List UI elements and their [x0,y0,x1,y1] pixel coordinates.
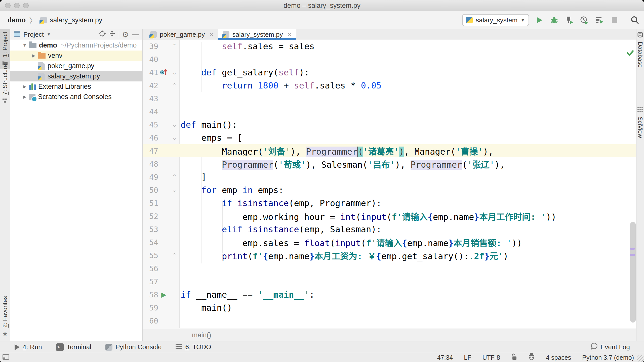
tree-item-salary-system-py[interactable]: salary_system.py [10,71,142,81]
file-encoding[interactable]: UTF-8 [482,354,500,361]
code-line-60[interactable]: 60 [143,314,636,327]
toolwindow-quick-access-icon[interactable] [3,354,9,361]
python-interpreter[interactable]: Python 3.7 (demo) [582,354,634,361]
run-line-icon[interactable]: ▶ [161,291,166,298]
stop-button[interactable] [610,15,620,25]
editor-area: poker_game.py × salary_system.py × 39⌃ s… [143,29,636,341]
toolwindow-terminal[interactable]: >_ Terminal [56,343,91,351]
tree-item-venv[interactable]: ▶venv [10,51,142,61]
code-line-39[interactable]: 39⌃ self.sales = sales [143,40,636,53]
code-text: if __name__ == '__main__': [180,290,636,300]
tree-arrow-icon[interactable]: ▶ [21,94,28,100]
code-line-50[interactable]: 50⌄ for emp in emps: [143,184,636,197]
code-line-48[interactable]: 48 Programmer('荀彧'), Salesman('吕布'), Pro… [143,157,636,170]
breadcrumb-main[interactable]: main() [192,331,211,339]
tree-arrow-icon[interactable]: ▶ [21,84,28,89]
tree-arrow-icon[interactable]: ▼ [21,43,28,48]
tab-poker-game[interactable]: poker_game.py × [146,29,218,40]
caret-position[interactable]: 47:34 [437,354,453,361]
project-panel-title[interactable]: Project [23,31,44,38]
code-line-54[interactable]: 54 emp.sales = float(input(f'请输入{emp.nam… [143,236,636,249]
tree-item-scratches-and-consoles[interactable]: ▶Scratches and Consoles [10,92,142,102]
toolwindow-run[interactable]: 4: Run [15,343,42,351]
fold-marker-icon[interactable]: ⌃ [169,252,180,259]
line-separator[interactable]: LF [464,354,471,361]
hector-icon[interactable] [528,353,535,362]
breadcrumb: demo 〉 salary_system.py [8,11,102,29]
code-line-47[interactable]: 47 Manager('刘备'), Programmer('诸葛亮'), Man… [143,144,636,157]
code-editor[interactable]: 39⌃ self.sales = sales4041⌄ def get_sala… [143,40,636,328]
run-gutter-icon[interactable]: ▶ [158,291,169,299]
gear-icon[interactable]: ⚙ [122,30,129,39]
run-configuration-select[interactable]: salary_system ▼ [462,14,529,26]
fold-marker-icon[interactable]: ⌄ [169,134,180,141]
code-line-41[interactable]: 41⌄ def get_salary(self): [143,66,636,79]
hide-icon[interactable]: — [132,30,139,38]
tab-salary-system[interactable]: salary_system.py × [218,29,296,40]
code-line-44[interactable]: 44 [143,105,636,118]
sidebar-item-favorites[interactable]: 2: Favorites ★ [0,294,10,340]
toolwindow-python-console[interactable]: Python Console [105,343,162,351]
unlock-icon[interactable] [511,353,517,362]
editor-breadcrumb[interactable]: main() [143,329,636,341]
tree-item-label: External Libraries [38,83,91,90]
terminal-icon: >_ [56,343,64,351]
breadcrumb-project[interactable]: demo [8,16,26,24]
code-line-56[interactable]: 56 [143,262,636,275]
line-number: 46 [143,133,158,142]
editor-scrollbar[interactable] [630,222,636,323]
usage-stripe-mark[interactable] [630,248,635,250]
fold-marker-icon[interactable]: ⌄ [169,69,180,76]
indent-setting[interactable]: 4 spaces [546,354,571,361]
tree-item-poker-game-py[interactable]: poker_game.py [10,61,142,71]
resize-grip[interactable] [637,355,643,361]
toolwindow-todo[interactable]: 6: TODO [176,343,211,351]
breadcrumb-file[interactable]: salary_system.py [50,16,102,24]
fold-marker-icon[interactable]: ⌄ [169,187,180,194]
sidebar-item-sciview[interactable]: SciView [636,105,644,141]
collapse-all-icon[interactable] [109,30,116,39]
fold-marker-icon[interactable]: ⌃ [169,82,180,89]
code-line-53[interactable]: 53 elif isinstance(emp, Salesman): [143,223,636,236]
tree-item-demo[interactable]: ▼demo~/PycharmProjects/demo [10,40,142,51]
line-number: 55 [143,251,158,260]
code-text: Manager('刘备'), Programmer('诸葛亮'), Manage… [180,145,636,157]
usage-stripe-mark[interactable] [630,254,635,256]
search-everywhere-icon[interactable] [630,15,640,25]
code-text: for emp in emps: [180,185,636,195]
override-gutter-icon[interactable] [158,68,169,77]
close-icon[interactable]: × [209,30,213,38]
fold-marker-icon[interactable]: ⌃ [169,173,180,180]
code-line-40[interactable]: 40 [143,53,636,66]
run-button[interactable] [534,15,544,25]
tree-item-external-libraries[interactable]: ▶External Libraries [10,81,142,92]
code-line-52[interactable]: 52 emp.working_hour = int(input(f'请输入{em… [143,210,636,223]
profile-button[interactable] [579,15,589,25]
code-line-49[interactable]: 49⌃ ] [143,170,636,184]
code-line-46[interactable]: 46⌄ emps = [ [143,131,636,144]
locate-icon[interactable] [99,30,106,39]
line-number: 58 [143,290,158,299]
chevron-down-icon[interactable]: ▼ [47,32,51,37]
code-line-51[interactable]: 51 if isinstance(emp, Programmer): [143,197,636,210]
fold-marker-icon[interactable]: ⌄ [169,121,180,128]
navigation-bar: demo 〉 salary_system.py salary_system ▼ [0,11,644,29]
code-line-55[interactable]: 55⌃ print(f'{emp.name}本月工资为: ￥{emp.get_s… [143,249,636,262]
debug-button[interactable] [549,15,559,25]
code-line-43[interactable]: 43 [143,92,636,105]
code-line-45[interactable]: 45⌄def main(): [143,118,636,131]
sidebar-item-database[interactable]: Database [636,29,644,70]
close-icon[interactable]: × [287,30,291,38]
run-with-coverage-button[interactable] [564,15,574,25]
fold-marker-icon[interactable]: ⌃ [169,43,180,50]
event-log-button[interactable]: Event Log [591,343,630,351]
tree-arrow-icon[interactable]: ▶ [30,53,37,58]
sidebar-item-structure[interactable]: 7: Structure [0,61,10,107]
editor-tabs: poker_game.py × salary_system.py × [143,29,636,40]
concurrency-diagram-button[interactable] [594,15,605,25]
inspections-ok-icon[interactable] [626,49,634,58]
code-line-57[interactable]: 57 [143,275,636,288]
code-line-58[interactable]: 58▶if __name__ == '__main__': [143,288,636,301]
code-line-42[interactable]: 42⌃ return 1800 + self.sales * 0.05 [143,79,636,92]
code-line-59[interactable]: 59 main() [143,301,636,314]
